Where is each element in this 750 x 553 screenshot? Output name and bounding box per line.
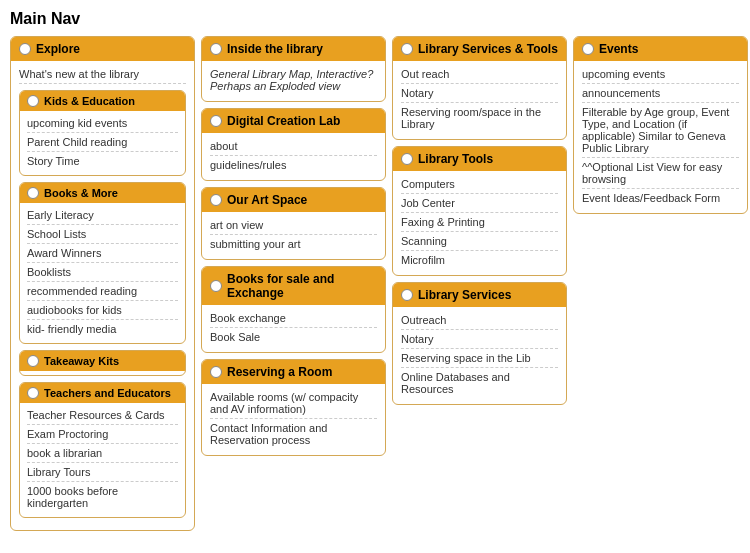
- teachers-educators-card: Teachers and Educators Teacher Resources…: [19, 382, 186, 518]
- list-item: Online Databases and Resources: [401, 368, 558, 398]
- library-services-tools-title: Library Services & Tools: [418, 42, 558, 56]
- list-item: Available rooms (w/ compacity and AV inf…: [210, 388, 377, 419]
- list-item: School Lists: [27, 225, 178, 244]
- list-item: about: [210, 137, 377, 156]
- column-1: Explore What's new at the library Kids &…: [10, 36, 195, 531]
- library-services-tools-body: Out reach Notary Reserving room/space in…: [393, 61, 566, 139]
- list-item: Outreach: [401, 311, 558, 330]
- list-item: upcoming kid events: [27, 114, 178, 133]
- list-item: Parent Child reading: [27, 133, 178, 152]
- list-item: Notary: [401, 84, 558, 103]
- library-services-card: Library Services Outreach Notary Reservi…: [392, 282, 567, 405]
- books-sale-title: Books for sale and Exchange: [227, 272, 377, 300]
- digital-circle-icon: [210, 115, 222, 127]
- takeaway-circle-icon: [27, 355, 39, 367]
- list-item: Book exchange: [210, 309, 377, 328]
- books-more-title: Books & More: [44, 187, 118, 199]
- library-services-title: Library Services: [418, 288, 511, 302]
- list-item: audiobooks for kids: [27, 301, 178, 320]
- list-item: Booklists: [27, 263, 178, 282]
- events-title: Events: [599, 42, 638, 56]
- library-tools-title: Library Tools: [418, 152, 493, 166]
- list-item: announcements: [582, 84, 739, 103]
- art-space-card: Our Art Space art on view submitting you…: [201, 187, 386, 260]
- list-item: guidelines/rules: [210, 156, 377, 174]
- teachers-educators-title: Teachers and Educators: [44, 387, 171, 399]
- takeaway-kits-card: Takeaway Kits: [19, 350, 186, 376]
- list-item: Story Time: [27, 152, 178, 170]
- library-tools-card: Library Tools Computers Job Center Faxin…: [392, 146, 567, 276]
- art-space-body: art on view submitting your art: [202, 212, 385, 259]
- takeaway-kits-title: Takeaway Kits: [44, 355, 119, 367]
- reserving-room-title: Reserving a Room: [227, 365, 332, 379]
- list-item: upcoming events: [582, 65, 739, 84]
- list-item: Out reach: [401, 65, 558, 84]
- teachers-educators-header: Teachers and Educators: [20, 383, 185, 403]
- kids-education-header: Kids & Education: [20, 91, 185, 111]
- list-item: ^^Optional List View for easy browsing: [582, 158, 739, 189]
- list-item: Early Literacy: [27, 206, 178, 225]
- reserving-room-card: Reserving a Room Available rooms (w/ com…: [201, 359, 386, 456]
- reserving-room-body: Available rooms (w/ compacity and AV inf…: [202, 384, 385, 455]
- library-services-tools-header: Library Services & Tools: [393, 37, 566, 61]
- reserving-room-header: Reserving a Room: [202, 360, 385, 384]
- list-item: Event Ideas/Feedback Form: [582, 189, 739, 207]
- books-sale-header: Books for sale and Exchange: [202, 267, 385, 305]
- column-3: Library Services & Tools Out reach Notar…: [392, 36, 567, 405]
- explore-card: Explore What's new at the library Kids &…: [10, 36, 195, 531]
- books-sale-body: Book exchange Book Sale: [202, 305, 385, 352]
- kids-education-body: upcoming kid events Parent Child reading…: [20, 111, 185, 175]
- events-card: Events upcoming events announcements Fil…: [573, 36, 748, 214]
- explore-header: Explore: [11, 37, 194, 61]
- explore-circle-icon: [19, 43, 31, 55]
- digital-creation-body: about guidelines/rules: [202, 133, 385, 180]
- column-2: Inside the library General Library Map, …: [201, 36, 386, 456]
- teachers-circle-icon: [27, 387, 39, 399]
- list-item: Filterable by Age group, Event Type, and…: [582, 103, 739, 158]
- inside-library-card: Inside the library General Library Map, …: [201, 36, 386, 102]
- list-item: Notary: [401, 330, 558, 349]
- column-4: Events upcoming events announcements Fil…: [573, 36, 748, 214]
- page-title: Main Nav: [10, 10, 740, 28]
- list-item: Award Winners: [27, 244, 178, 263]
- list-item: Reserving space in the Lib: [401, 349, 558, 368]
- events-body: upcoming events announcements Filterable…: [574, 61, 747, 213]
- list-item: Computers: [401, 175, 558, 194]
- list-item: Book Sale: [210, 328, 377, 346]
- list-item: What's new at the library: [19, 65, 186, 84]
- list-item: Contact Information and Reservation proc…: [210, 419, 377, 449]
- ls-circle-icon: [401, 289, 413, 301]
- books-sale-card: Books for sale and Exchange Book exchang…: [201, 266, 386, 353]
- explore-body: What's new at the library Kids & Educati…: [11, 61, 194, 530]
- list-item: 1000 books before kindergarten: [27, 482, 178, 512]
- events-circle-icon: [582, 43, 594, 55]
- digital-creation-title: Digital Creation Lab: [227, 114, 340, 128]
- teachers-educators-body: Teacher Resources & Cards Exam Proctorin…: [20, 403, 185, 517]
- takeaway-kits-header: Takeaway Kits: [20, 351, 185, 371]
- library-services-header: Library Services: [393, 283, 566, 307]
- lt-circle-icon: [401, 153, 413, 165]
- books-more-body: Early Literacy School Lists Award Winner…: [20, 203, 185, 343]
- list-item: Faxing & Printing: [401, 213, 558, 232]
- list-item: Exam Proctoring: [27, 425, 178, 444]
- digital-creation-header: Digital Creation Lab: [202, 109, 385, 133]
- inside-circle-icon: [210, 43, 222, 55]
- art-space-header: Our Art Space: [202, 188, 385, 212]
- explore-title: Explore: [36, 42, 80, 56]
- books-more-header: Books & More: [20, 183, 185, 203]
- library-tools-body: Computers Job Center Faxing & Printing S…: [393, 171, 566, 275]
- list-item: Job Center: [401, 194, 558, 213]
- list-item: submitting your art: [210, 235, 377, 253]
- list-item: Reserving room/space in the Library: [401, 103, 558, 133]
- list-item: kid- friendly media: [27, 320, 178, 338]
- reserving-circle-icon: [210, 366, 222, 378]
- list-item: Scanning: [401, 232, 558, 251]
- books-circle-icon: [27, 187, 39, 199]
- list-item: General Library Map, Interactive? Perhap…: [210, 65, 377, 95]
- list-item: book a librarian: [27, 444, 178, 463]
- art-circle-icon: [210, 194, 222, 206]
- list-item: Library Tours: [27, 463, 178, 482]
- library-services-body: Outreach Notary Reserving space in the L…: [393, 307, 566, 404]
- inside-library-title: Inside the library: [227, 42, 323, 56]
- art-space-title: Our Art Space: [227, 193, 307, 207]
